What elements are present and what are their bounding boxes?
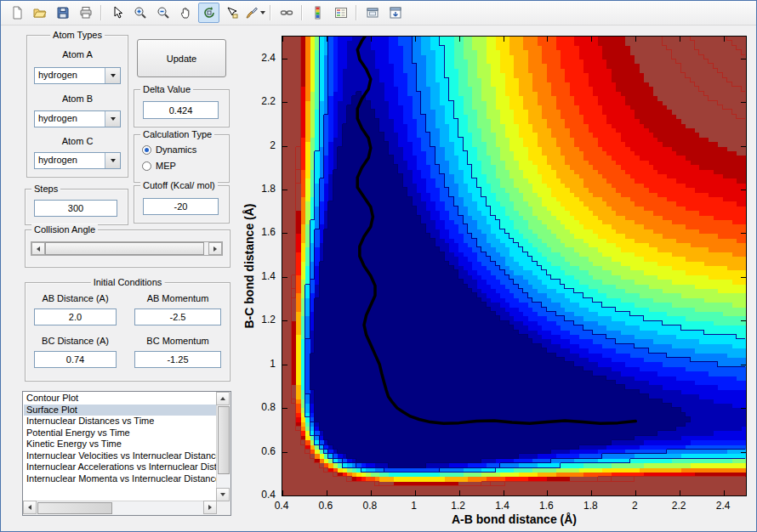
list-item[interactable]: Internuclear Accelerations vs Internucle…: [24, 461, 216, 473]
y-axis-label: B-C bond distance (Å): [242, 204, 256, 329]
y-tick-label: 1.6: [261, 226, 276, 238]
y-tick-label: 2.2: [261, 95, 276, 107]
radio-dynamics-label: Dynamics: [156, 144, 196, 155]
plot-type-listbox: Contour PlotSurface PlotInternuclear Dis…: [22, 391, 231, 516]
horizontal-scroll-thumb[interactable]: [37, 502, 112, 514]
bc-distance-input[interactable]: [34, 351, 117, 368]
atom-b-label: Atom B: [27, 93, 128, 104]
x-axis-label: A-B bond distance (Å): [282, 512, 747, 526]
pes-plot-area: 0.40.60.811.21.41.61.822.22.4 0.40.60.81…: [282, 36, 747, 496]
toolbar-new-figure-button[interactable]: [6, 3, 27, 23]
toolbar-separator: [356, 5, 357, 20]
cutoff-panel: Cutoff (Kcal/ mol): [134, 185, 230, 224]
list-item[interactable]: Kinetic Energy vs Time: [24, 439, 216, 450]
toolbar-save-figure-button[interactable]: [52, 3, 73, 23]
calculation-type-title: Calculation Type: [140, 129, 214, 139]
cutoff-title: Cutoff (Kcal/ mol): [140, 180, 218, 190]
cutoff-input[interactable]: [143, 198, 219, 215]
list-item[interactable]: Internuclear Distances vs Time: [24, 416, 216, 427]
pan-icon: [179, 6, 193, 20]
dropdown-arrow-icon[interactable]: [105, 68, 120, 83]
zoom-in-icon: [134, 6, 147, 20]
list-item[interactable]: Potential Energy vs Time: [24, 427, 216, 439]
ab-distance-label: AB Distance (A): [34, 293, 117, 303]
toolbar-open-file-button[interactable]: [29, 3, 50, 23]
scroll-left-arrow[interactable]: [23, 501, 37, 514]
scroll-down-arrow[interactable]: [216, 488, 230, 501]
radio-dynamics[interactable]: Dynamics: [142, 144, 196, 156]
x-tick-label: 0.4: [275, 500, 289, 512]
save-figure-icon: [56, 6, 70, 20]
brush-dropdown-arrow-icon[interactable]: [260, 11, 265, 14]
slider-thumb[interactable]: [45, 242, 204, 255]
ab-distance-input[interactable]: [34, 308, 117, 325]
toolbar-edit-plot-button[interactable]: [106, 3, 128, 23]
dropdown-arrow-icon[interactable]: [105, 111, 120, 127]
scroll-up-arrow[interactable]: [216, 392, 230, 405]
list-item[interactable]: Internuclear Momenta vs Internuclear Dis…: [24, 473, 216, 485]
y-tick-label: 2: [270, 139, 276, 151]
radio-mep-icon[interactable]: [142, 161, 151, 171]
x-tick-label: 1.8: [583, 500, 598, 512]
toolbar-brush-data-button[interactable]: [244, 3, 265, 23]
x-tick-label: 1: [411, 500, 417, 512]
update-button[interactable]: Update: [137, 39, 226, 77]
y-tick-label: 0.8: [261, 401, 276, 413]
toolbar-separator: [301, 5, 303, 20]
scroll-right-arrow[interactable]: [203, 501, 217, 514]
toolbar-pan-button[interactable]: [175, 3, 196, 23]
steps-input[interactable]: [34, 200, 117, 217]
x-tick-label: 2.2: [672, 500, 686, 512]
scrollbar-corner: [217, 501, 231, 515]
toolbar-zoom-out-button[interactable]: [152, 3, 174, 23]
atom-c-dropdown[interactable]: hydrogen: [34, 152, 121, 169]
vertical-scroll-thumb[interactable]: [218, 406, 230, 474]
y-tick-label: 0.6: [261, 445, 276, 457]
toolbar-hide-plot-tools-button[interactable]: [361, 3, 383, 23]
atom-types-panel: Atom Types Atom A hydrogen Atom B hydrog…: [26, 35, 128, 178]
x-tick-label: 2: [632, 500, 638, 512]
y-tick-label: 1.4: [261, 270, 276, 282]
dock-figure-icon: [389, 6, 402, 20]
toolbar-separator: [270, 5, 271, 20]
list-vertical-scrollbar[interactable]: [216, 392, 231, 501]
atom-b-dropdown[interactable]: hydrogen: [34, 110, 121, 127]
toolbar-print-figure-button[interactable]: [75, 3, 96, 23]
slider-right-arrow[interactable]: [208, 242, 222, 255]
list-horizontal-scrollbar[interactable]: [23, 501, 217, 515]
delta-value-panel: Delta Value: [134, 89, 230, 127]
insert-colorbar-icon: [311, 6, 325, 20]
bc-momentum-input[interactable]: [134, 351, 221, 368]
calculation-type-panel: Calculation Type Dynamics MEP: [134, 134, 230, 183]
radio-dynamics-icon[interactable]: [142, 145, 151, 155]
atom-a-dropdown[interactable]: hydrogen: [34, 67, 121, 84]
toolbar-insert-legend-button[interactable]: [330, 3, 351, 23]
list-item[interactable]: Contour Plot: [24, 393, 216, 405]
x-tick-label: 0.8: [362, 500, 377, 512]
atom-a-label: Atom A: [27, 49, 128, 59]
new-figure-icon: [10, 6, 24, 20]
hide-plot-tools-icon: [366, 6, 379, 20]
dropdown-arrow-icon[interactable]: [105, 153, 120, 168]
slider-left-arrow[interactable]: [31, 242, 45, 255]
y-tick-label: 0.4: [261, 489, 276, 501]
steps-title: Steps: [31, 184, 60, 194]
list-item[interactable]: Surface Plot: [24, 405, 216, 416]
radio-mep[interactable]: MEP: [142, 160, 176, 172]
toolbar-data-cursor-button[interactable]: [221, 3, 242, 23]
x-tick-label: 2.4: [716, 500, 731, 512]
toolbar-insert-colorbar-button[interactable]: [307, 3, 328, 23]
x-tick-label: 1.4: [495, 500, 509, 512]
delta-value-input[interactable]: [143, 101, 219, 119]
ab-momentum-input[interactable]: [134, 308, 221, 325]
toolbar-link-plot-button[interactable]: [276, 3, 297, 23]
pes-contour-canvas[interactable]: [282, 36, 747, 496]
toolbar-rotate-3d-button[interactable]: [198, 3, 219, 23]
y-tick-label: 2.4: [261, 52, 276, 64]
toolbar-zoom-in-button[interactable]: [129, 3, 151, 23]
list-item[interactable]: Internuclear Velocities vs Internuclear …: [24, 450, 216, 462]
plot-type-list: Contour PlotSurface PlotInternuclear Dis…: [24, 393, 216, 501]
atom-a-value: hydrogen: [38, 70, 77, 80]
collision-angle-slider[interactable]: [31, 241, 223, 256]
toolbar-dock-figure-button[interactable]: [384, 3, 406, 23]
